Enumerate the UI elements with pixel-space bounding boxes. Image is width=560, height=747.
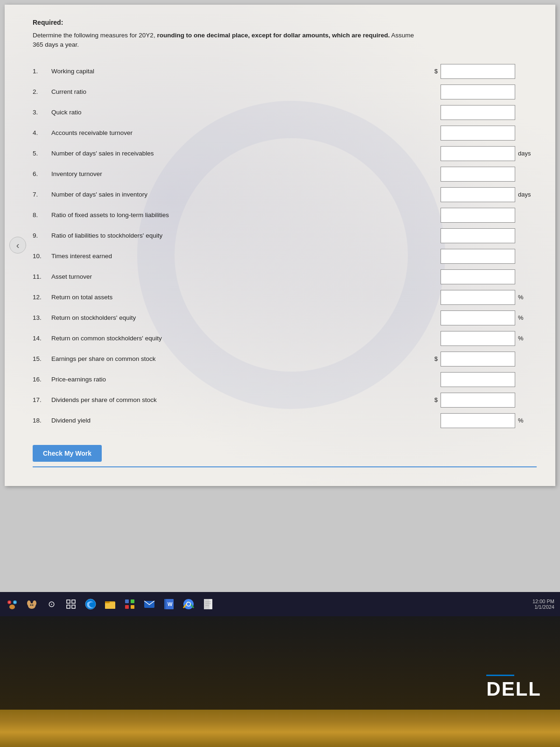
item-label-13: Return on stockholders' equity [51, 314, 428, 321]
unit-label-12: % [518, 294, 537, 301]
wood-strip [0, 710, 560, 747]
taskbar-taskview-button[interactable] [63, 596, 79, 613]
item-row: 10. Times interest earned [33, 246, 537, 267]
taskbar-explorer-button[interactable] [102, 596, 119, 613]
item-row: 8. Ratio of fixed assets to long-term li… [33, 205, 537, 226]
dollar-sign-1: $ [434, 68, 438, 75]
item-number-16: 16. [33, 376, 51, 383]
unit-label-14: % [518, 335, 537, 342]
answer-input-5[interactable] [441, 146, 515, 161]
unit-label-13: % [518, 314, 537, 321]
dollar-sign-15: $ [434, 355, 438, 362]
taskbar-edge-button[interactable] [82, 596, 99, 613]
input-area-10 [438, 249, 537, 264]
svg-rect-11 [72, 600, 75, 603]
input-area-16 [438, 372, 537, 387]
answer-input-7[interactable] [441, 187, 515, 202]
taskbar-mail-button[interactable] [141, 596, 158, 613]
item-number-17: 17. [33, 396, 51, 403]
svg-point-8 [30, 605, 32, 606]
taskbar-word-button[interactable]: W [161, 596, 177, 613]
answer-input-13[interactable] [441, 310, 515, 325]
item-number-14: 14. [33, 335, 51, 342]
taskbar-animal-icon-1[interactable] [4, 596, 21, 613]
svg-rect-10 [67, 600, 70, 603]
item-number-9: 9. [33, 232, 51, 239]
answer-input-16[interactable] [441, 372, 515, 387]
item-row: 11. Asset turnover [33, 267, 537, 287]
check-btn-area: Check My Work [33, 445, 537, 462]
svg-text:W: W [168, 601, 173, 607]
input-area-5: days [438, 146, 537, 161]
taskbar: ⊙ [0, 592, 560, 616]
input-area-8 [438, 208, 537, 223]
input-area-11 [438, 269, 537, 284]
answer-input-4[interactable] [441, 126, 515, 141]
item-label-16: Price-earnings ratio [51, 376, 428, 383]
worksheet-wrapper: ‹ Required: Determine the following meas… [0, 0, 560, 592]
svg-rect-13 [72, 605, 75, 608]
item-label-9: Ratio of liabilities to stockholders' eq… [51, 232, 428, 239]
item-number-15: 15. [33, 355, 51, 362]
item-row: 9. Ratio of liabilities to stockholders'… [33, 226, 537, 246]
item-row: 3. Quick ratio [33, 102, 537, 123]
input-area-15: $ [434, 352, 537, 366]
svg-point-4 [14, 601, 16, 603]
svg-point-30 [187, 603, 190, 606]
answer-input-2[interactable] [441, 85, 515, 99]
item-number-1: 1. [33, 68, 51, 75]
answer-input-14[interactable] [441, 331, 515, 346]
separator-line [33, 466, 537, 467]
taskbar-chrome-button[interactable] [180, 596, 197, 613]
svg-rect-12 [67, 605, 70, 608]
item-row: 18. Dividend yield % [33, 410, 537, 431]
input-area-9 [438, 228, 537, 243]
item-number-2: 2. [33, 88, 51, 95]
item-number-4: 4. [33, 129, 51, 136]
item-row: 2. Current ratio [33, 82, 537, 102]
item-label-17: Dividends per share of common stock [51, 396, 425, 403]
check-my-work-button[interactable]: Check My Work [33, 445, 102, 462]
back-arrow-button[interactable]: ‹ [9, 237, 26, 254]
taskbar-animal-icon-2[interactable] [23, 596, 40, 613]
svg-rect-32 [204, 599, 210, 609]
item-label-10: Times interest earned [51, 253, 428, 260]
taskbar-apps-button[interactable] [121, 596, 138, 613]
answer-input-12[interactable] [441, 290, 515, 305]
item-label-1: Working capital [51, 68, 425, 75]
item-number-13: 13. [33, 314, 51, 321]
item-label-18: Dividend yield [51, 417, 428, 424]
answer-input-3[interactable] [441, 105, 515, 120]
item-label-2: Current ratio [51, 88, 428, 95]
unit-label-18: % [518, 417, 537, 424]
unit-label-7: days [518, 191, 537, 198]
svg-rect-22 [131, 605, 134, 609]
item-row: 14. Return on common stockholders' equit… [33, 328, 537, 349]
answer-input-17[interactable] [441, 393, 515, 408]
input-area-2 [438, 85, 537, 99]
item-row: 17. Dividends per share of common stock … [33, 390, 537, 410]
item-label-6: Inventory turnover [51, 170, 428, 177]
taskbar-search-button[interactable]: ⊙ [43, 596, 60, 613]
answer-input-8[interactable] [441, 208, 515, 223]
answer-input-9[interactable] [441, 228, 515, 243]
item-row: 4. Accounts receivable turnover [33, 123, 537, 143]
item-label-12: Return on total assets [51, 294, 428, 301]
taskbar-files-button[interactable] [200, 596, 217, 613]
answer-input-6[interactable] [441, 167, 515, 182]
answer-input-18[interactable] [441, 413, 515, 428]
item-number-3: 3. [33, 109, 51, 116]
input-area-12: % [438, 290, 537, 305]
svg-rect-20 [131, 599, 134, 603]
item-row: 12. Return on total assets % [33, 287, 537, 308]
answer-input-10[interactable] [441, 249, 515, 264]
item-label-8: Ratio of fixed assets to long-term liabi… [51, 211, 428, 218]
item-number-8: 8. [33, 211, 51, 218]
answer-input-11[interactable] [441, 269, 515, 284]
item-number-7: 7. [33, 191, 51, 198]
dell-logo: DELL [486, 675, 541, 700]
answer-input-15[interactable] [441, 352, 515, 366]
svg-point-9 [32, 605, 34, 606]
answer-input-1[interactable] [441, 64, 515, 79]
input-area-6 [438, 167, 537, 182]
